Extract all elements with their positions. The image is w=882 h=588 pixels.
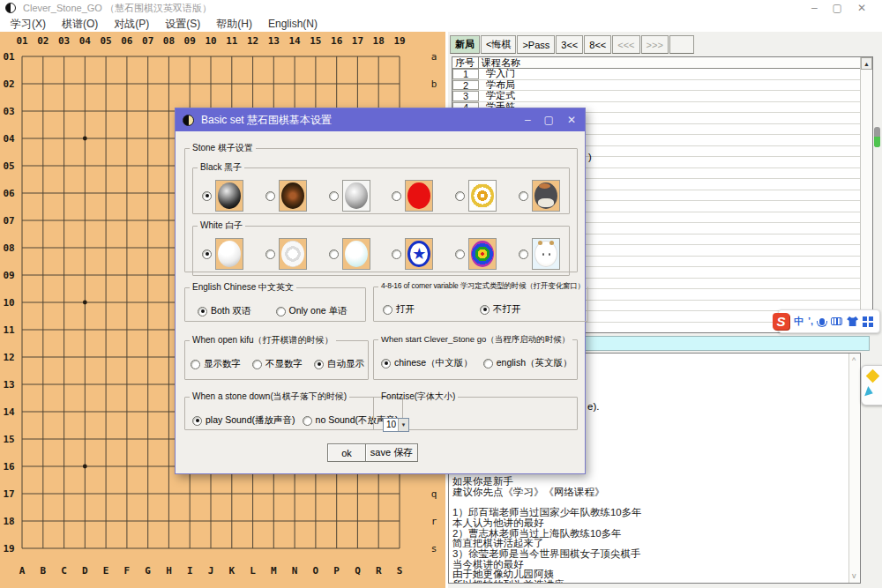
- table-row[interactable]: 1学入门: [452, 69, 860, 80]
- radio-button[interactable]: [480, 305, 490, 315]
- radio-button[interactable]: [329, 249, 339, 259]
- menu-item[interactable]: 学习(X): [5, 17, 51, 32]
- dropdown-arrow-icon[interactable]: ▼: [398, 419, 408, 431]
- scroll-up-arrow[interactable]: ^: [852, 356, 856, 365]
- menu-item[interactable]: 设置(S): [160, 17, 206, 32]
- radio-button[interactable]: [202, 191, 212, 201]
- window-scroll-thumb[interactable]: [874, 127, 880, 147]
- stone-option[interactable]: [519, 180, 560, 212]
- radio-button[interactable]: [276, 307, 286, 316]
- column-letter: F: [119, 565, 135, 577]
- radio-option[interactable]: 不打开: [480, 303, 521, 316]
- radio-button[interactable]: [381, 359, 391, 368]
- radio-button[interactable]: [455, 249, 465, 259]
- radio-option[interactable]: 显示数字: [191, 358, 241, 370]
- close-button[interactable]: ✕: [857, 1, 866, 15]
- save-button[interactable]: save 保存: [365, 443, 418, 462]
- sogou-logo-icon[interactable]: S: [773, 313, 789, 330]
- toolbox-grid-icon[interactable]: [863, 316, 867, 321]
- toolbar-button[interactable]: 新局: [450, 35, 480, 54]
- radio-option[interactable]: chinese（中文版）: [381, 357, 473, 369]
- radio-button[interactable]: [329, 191, 339, 201]
- radio-button[interactable]: [191, 360, 200, 369]
- radio-option[interactable]: 打开: [383, 303, 415, 316]
- dialog-minimize-button[interactable]: –: [525, 114, 531, 126]
- minimize-button[interactable]: –: [811, 1, 818, 15]
- stone-option[interactable]: [392, 238, 433, 270]
- language-toggle-icon[interactable]: 中: [794, 316, 804, 326]
- radio-button[interactable]: [383, 305, 392, 315]
- column-letter: B: [35, 565, 51, 577]
- stone-option[interactable]: [455, 238, 497, 270]
- startup-language-group: When start Clever_Stone go（当程序启动的时候）chin…: [373, 334, 578, 380]
- toolbar-button[interactable]: <<<: [612, 35, 639, 54]
- stone-option[interactable]: [202, 238, 243, 270]
- radio-button[interactable]: [519, 249, 528, 259]
- toolbar-button[interactable]: <悔棋: [481, 35, 516, 54]
- toolbar-button[interactable]: >Pass: [517, 35, 555, 54]
- fontsize-select[interactable]: 10 ▼: [383, 418, 409, 432]
- toolbar-button[interactable]: 8<<: [584, 35, 611, 54]
- scroll-down-arrow[interactable]: v: [852, 571, 856, 580]
- desktop-gadget-icon[interactable]: [861, 365, 882, 406]
- stone-option[interactable]: [329, 180, 370, 212]
- black-brown-stone-icon: [279, 180, 307, 212]
- radio-button[interactable]: [192, 416, 202, 426]
- text-scrollbar[interactable]: ^ v: [848, 354, 860, 583]
- radio-option[interactable]: play Sound(播放声音): [192, 414, 295, 427]
- stone-option[interactable]: [202, 180, 243, 212]
- stone-option[interactable]: [265, 238, 307, 270]
- toolbar-button[interactable]: 3<<: [556, 35, 583, 54]
- radio-option[interactable]: english（英文版）: [483, 357, 572, 369]
- menu-item[interactable]: 棋谱(O): [56, 17, 103, 32]
- ok-button[interactable]: ok: [327, 443, 366, 462]
- menu-item[interactable]: 对战(P): [108, 17, 154, 32]
- stone-option[interactable]: [329, 238, 370, 270]
- dialog-title-bar[interactable]: Basic set 慧石围棋基本设置 – ▢ ✕: [176, 108, 585, 131]
- scroll-up-button[interactable]: ▲: [861, 57, 872, 70]
- radio-button[interactable]: [303, 416, 312, 426]
- radio-button[interactable]: [265, 191, 275, 201]
- column-letter: L: [245, 565, 261, 577]
- window-title: Clever_Stone_GO （慧石围棋汉英双语版）: [23, 2, 212, 15]
- text-line: 建议你先点《学习》《网络课程》: [452, 488, 846, 498]
- radio-button[interactable]: [483, 359, 493, 368]
- radio-option[interactable]: 不显数字: [252, 358, 303, 370]
- radio-button[interactable]: [202, 249, 212, 259]
- stone-option[interactable]: [392, 180, 433, 212]
- option-label: english（英文版）: [497, 357, 572, 369]
- radio-button[interactable]: [392, 191, 401, 201]
- microphone-icon[interactable]: [819, 318, 825, 325]
- column-letter: E: [98, 565, 114, 577]
- punctuation-icon[interactable]: ’,: [808, 316, 813, 326]
- dialog-maximize-button[interactable]: ▢: [544, 114, 554, 126]
- radio-button[interactable]: [198, 307, 207, 316]
- radio-option[interactable]: Both 双语: [198, 305, 251, 317]
- radio-option[interactable]: 自动显示: [314, 358, 364, 370]
- menu-item[interactable]: English(N): [263, 18, 323, 30]
- radio-button[interactable]: [519, 191, 528, 201]
- row-label: 08: [1, 242, 17, 254]
- table-row[interactable]: 3学定式: [452, 91, 860, 102]
- radio-button[interactable]: [314, 360, 324, 369]
- maximize-button[interactable]: ▢: [833, 1, 842, 15]
- table-scrollbar[interactable]: ▲: [860, 57, 872, 332]
- radio-button[interactable]: [455, 191, 465, 201]
- radio-button[interactable]: [392, 249, 401, 259]
- skin-icon[interactable]: [847, 316, 858, 326]
- column-label: 17: [349, 35, 365, 47]
- keyboard-icon[interactable]: [831, 317, 842, 325]
- radio-button[interactable]: [252, 360, 262, 369]
- stone-option[interactable]: [455, 180, 497, 212]
- group-legend: Stone 棋子设置: [190, 142, 256, 154]
- white-sheep-stone-icon: [532, 238, 560, 270]
- option-label: 显示数字: [204, 358, 241, 370]
- stone-option[interactable]: [265, 180, 307, 212]
- menu-item[interactable]: 帮助(H): [211, 17, 258, 32]
- stone-option[interactable]: [519, 238, 560, 270]
- radio-button[interactable]: [265, 249, 275, 259]
- toolbar-button[interactable]: >>>: [641, 35, 669, 54]
- dialog-close-button[interactable]: ✕: [567, 114, 576, 126]
- radio-option[interactable]: Only one 单语: [276, 305, 348, 317]
- toolbar-button[interactable]: [669, 35, 694, 54]
